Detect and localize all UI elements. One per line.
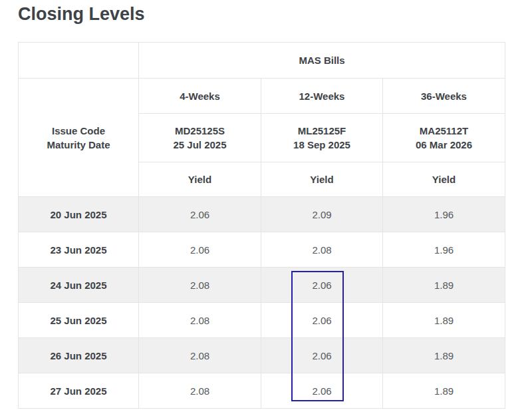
yield-value: 2.08 xyxy=(139,303,261,338)
table-row: 27 Jun 2025 2.08 2.06 1.89 xyxy=(19,373,505,409)
issue-code: ML25125F xyxy=(261,124,382,138)
yield-header-4-weeks: Yield xyxy=(139,162,261,197)
issue-cell-4-weeks: MD25125S 25 Jul 2025 xyxy=(139,114,261,162)
maturity-date: 25 Jul 2025 xyxy=(139,138,261,152)
yield-value: 1.89 xyxy=(383,373,505,409)
issue-code: MD25125S xyxy=(139,124,261,138)
table-row: 20 Jun 2025 2.06 2.09 1.96 xyxy=(19,197,505,232)
row-date: 23 Jun 2025 xyxy=(19,232,139,268)
corner-header-cell: Issue Code Maturity Date xyxy=(19,79,139,197)
yield-value: 2.06 xyxy=(261,268,383,303)
maturity-date: 18 Sep 2025 xyxy=(261,138,382,152)
yield-value: 1.96 xyxy=(383,197,505,232)
issue-cell-12-weeks: ML25125F 18 Sep 2025 xyxy=(261,114,383,162)
yield-value: 2.08 xyxy=(261,232,383,268)
issue-code: MA25112T xyxy=(383,124,505,138)
table-row: 24 Jun 2025 2.08 2.06 1.89 xyxy=(19,268,505,303)
row-date: 20 Jun 2025 xyxy=(19,197,139,232)
maturity-date: 06 Mar 2026 xyxy=(383,138,505,152)
group-header-mas-bills: MAS Bills xyxy=(139,43,505,79)
yield-header-12-weeks: Yield xyxy=(261,162,383,197)
yield-value: 2.06 xyxy=(261,303,383,338)
yield-value: 2.08 xyxy=(139,268,261,303)
page: Closing Levels MAS Bills Issue Code Matu… xyxy=(0,0,532,418)
corner-header-line2: Maturity Date xyxy=(19,138,138,152)
yield-value: 2.08 xyxy=(139,338,261,373)
column-header-36-weeks: 36-Weeks xyxy=(383,79,505,114)
yield-value: 1.89 xyxy=(383,338,505,373)
tenor-header-row: Issue Code Maturity Date 4-Weeks 12-Week… xyxy=(19,79,505,114)
row-date: 27 Jun 2025 xyxy=(19,373,139,409)
corner-empty-cell xyxy=(19,43,139,79)
yield-value: 2.06 xyxy=(261,338,383,373)
yield-header-36-weeks: Yield xyxy=(383,162,505,197)
yield-value: 1.89 xyxy=(383,303,505,338)
yield-value: 2.09 xyxy=(261,197,383,232)
page-title: Closing Levels xyxy=(18,4,145,25)
yield-value: 2.06 xyxy=(139,232,261,268)
yield-value: 1.96 xyxy=(383,232,505,268)
corner-header-line1: Issue Code xyxy=(19,124,138,138)
yield-value: 2.06 xyxy=(261,373,383,409)
row-date: 24 Jun 2025 xyxy=(19,268,139,303)
yield-value: 2.06 xyxy=(139,197,261,232)
column-header-4-weeks: 4-Weeks xyxy=(139,79,261,114)
issue-cell-36-weeks: MA25112T 06 Mar 2026 xyxy=(383,114,505,162)
yield-value: 2.08 xyxy=(139,373,261,409)
yield-value: 1.89 xyxy=(383,268,505,303)
closing-levels-table: MAS Bills Issue Code Maturity Date 4-Wee… xyxy=(18,42,505,409)
group-header-row: MAS Bills xyxy=(19,43,505,79)
column-header-12-weeks: 12-Weeks xyxy=(261,79,383,114)
row-date: 26 Jun 2025 xyxy=(19,338,139,373)
row-date: 25 Jun 2025 xyxy=(19,303,139,338)
table-row: 25 Jun 2025 2.08 2.06 1.89 xyxy=(19,303,505,338)
table-row: 26 Jun 2025 2.08 2.06 1.89 xyxy=(19,338,505,373)
table-row: 23 Jun 2025 2.06 2.08 1.96 xyxy=(19,232,505,268)
